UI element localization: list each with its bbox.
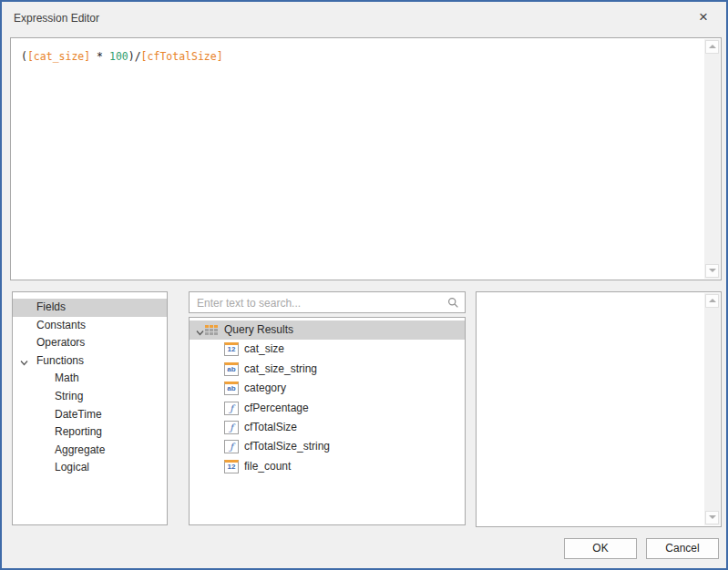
expression-token-field: [cfTotalSize] <box>141 50 223 63</box>
tree-field-cat_size_string[interactable]: abcat_size_string <box>190 360 465 379</box>
field-icon-glyph: ƒ <box>225 402 238 414</box>
close-icon: × <box>699 8 708 25</box>
expression-text: ([cat_size] * 100)/[cfTotalSize] <box>21 50 223 63</box>
category-label: DateTime <box>55 408 102 421</box>
scroll-down-icon <box>709 269 716 272</box>
tree-field-label: cfTotalSize_string <box>244 440 330 453</box>
scroll-down-icon <box>709 515 716 519</box>
expression-token-field: [cat_size] <box>27 50 90 63</box>
tree-field-label: cfTotalSize <box>244 421 297 433</box>
fields-tree: Query Results12cat_sizeabcat_size_string… <box>189 317 466 525</box>
category-item-functions[interactable]: Functions <box>13 352 167 371</box>
table-icon-cell <box>210 325 213 328</box>
category-label: String <box>55 390 83 402</box>
tree-field-label: file_count <box>244 460 291 473</box>
tree-field-cfTotalSize[interactable]: ƒcfTotalSize <box>190 418 465 437</box>
expression-token-plain: ( <box>21 50 27 63</box>
table-icon-cell <box>205 325 209 328</box>
tree-field-cfTotalSize_string[interactable]: ƒcfTotalSize_string <box>190 437 465 456</box>
expression-token-number: 100 <box>109 50 128 63</box>
search-input[interactable] <box>195 295 436 311</box>
tree-field-file_count[interactable]: 12file_count <box>190 457 465 476</box>
chevron-down-icon[interactable] <box>19 356 30 367</box>
tree-field-label: cat_size_string <box>244 362 317 375</box>
tree-node-query-results[interactable]: Query Results <box>190 321 465 340</box>
table-icon-cell <box>205 332 209 335</box>
category-item-aggregate[interactable]: Aggregate <box>13 442 167 460</box>
field-icon-glyph: 12 <box>225 345 238 354</box>
category-label: Operators <box>36 336 85 349</box>
scroll-up-icon <box>709 299 716 302</box>
category-item-reporting[interactable]: Reporting <box>13 423 167 442</box>
category-label: Fields <box>36 300 66 313</box>
field-icon-glyph: 12 <box>225 463 238 472</box>
category-label: Reporting <box>55 425 102 438</box>
category-item-operators[interactable]: Operators <box>13 334 167 352</box>
category-label: Logical <box>55 461 89 473</box>
category-label: Constants <box>36 319 86 331</box>
category-list: FieldsConstantsOperatorsFunctionsMathStr… <box>12 291 168 525</box>
category-label: Math <box>55 372 79 384</box>
search-icon[interactable] <box>447 297 459 309</box>
table-icon-cell <box>210 329 213 331</box>
description-panel <box>476 291 722 527</box>
table-icon-cell <box>214 329 218 331</box>
scroll-down-button[interactable] <box>705 264 719 278</box>
category-item-fields[interactable]: Fields <box>13 299 167 317</box>
field-icon-glyph: ab <box>225 365 238 374</box>
text-field-icon: ab <box>224 382 239 395</box>
numeric-field-icon: 12 <box>224 460 239 473</box>
category-item-constants[interactable]: Constants <box>13 317 167 335</box>
field-icon-glyph: ƒ <box>225 422 238 433</box>
numeric-field-icon: 12 <box>224 342 239 356</box>
category-item-math[interactable]: Math <box>13 370 167 388</box>
function-field-icon: ƒ <box>224 421 239 434</box>
field-icon-glyph: ab <box>225 384 238 393</box>
description-scrollbar[interactable] <box>704 293 720 525</box>
function-field-icon: ƒ <box>224 402 239 415</box>
category-label: Functions <box>36 354 84 367</box>
search-box <box>189 291 466 313</box>
scroll-up-button[interactable] <box>705 294 719 308</box>
close-button[interactable]: × <box>692 6 715 28</box>
table-icon-cell <box>205 329 209 331</box>
tree-field-cfPercentage[interactable]: ƒcfPercentage <box>190 399 465 418</box>
tree-field-label: cfPercentage <box>244 402 309 414</box>
field-icon-glyph: ƒ <box>225 441 238 453</box>
function-field-icon: ƒ <box>224 440 239 453</box>
tree-field-label: category <box>244 382 286 394</box>
expression-scrollbar[interactable] <box>704 39 720 279</box>
scroll-up-button[interactable] <box>705 40 719 54</box>
table-icon-cell <box>214 332 218 335</box>
table-icon-cell <box>210 332 213 335</box>
tree-field-label: cat_size <box>244 342 284 355</box>
dialog-title: Expression Editor <box>14 12 99 25</box>
tree-node-label: Query Results <box>224 323 293 336</box>
table-icon-cell <box>214 325 218 328</box>
category-item-logical[interactable]: Logical <box>13 459 167 477</box>
cancel-button[interactable]: Cancel <box>646 538 719 559</box>
ok-button[interactable]: OK <box>564 538 637 559</box>
expression-token-plain: * <box>90 50 109 63</box>
scroll-up-icon <box>709 45 716 48</box>
tree-field-cat_size[interactable]: 12cat_size <box>190 340 465 359</box>
expression-editor-dialog: Expression Editor × ([cat_size] * 100)/[… <box>0 0 728 570</box>
category-item-datetime[interactable]: DateTime <box>13 406 167 424</box>
scroll-down-button[interactable] <box>705 511 719 524</box>
text-field-icon: ab <box>224 362 239 376</box>
category-item-string[interactable]: String <box>13 388 167 406</box>
expression-token-plain: )/ <box>128 50 141 63</box>
table-icon <box>205 325 218 335</box>
expression-input[interactable]: ([cat_size] * 100)/[cfTotalSize] <box>10 37 722 280</box>
category-label: Aggregate <box>55 443 105 456</box>
tree-field-category[interactable]: abcategory <box>190 379 465 398</box>
